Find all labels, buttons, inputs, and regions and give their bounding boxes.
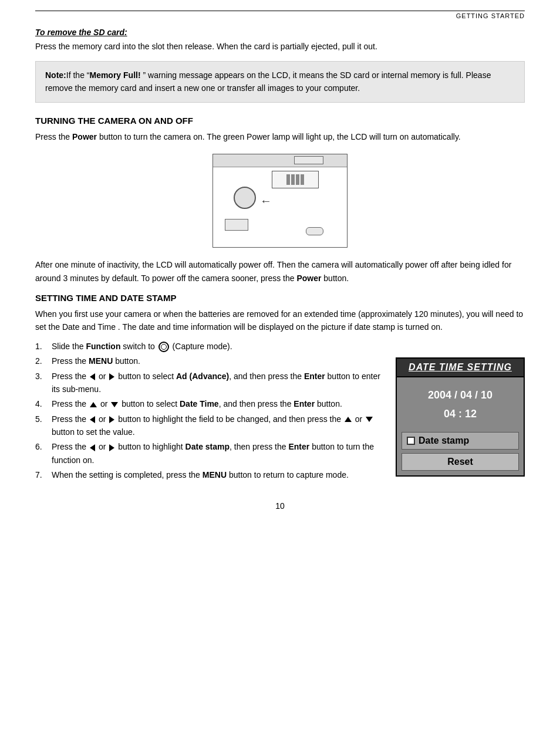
camera-top-bar — [213, 154, 347, 167]
bottom-section: 1. Slide the Function switch to (Capture… — [35, 340, 525, 484]
step-7-body: When the setting is completed, press the… — [52, 468, 384, 481]
camera-arrow-icon: ← — [260, 194, 272, 208]
step-3-body: Press the or button to select Ad (Advanc… — [52, 370, 384, 396]
step-4-body: Press the or button to select Date Time,… — [52, 397, 384, 410]
capture-mode-icon — [158, 342, 169, 352]
step-6: 6. Press the or button to highlight Date… — [35, 440, 384, 467]
date-panel-datetime: 2004 / 04 / 10 04 : 12 — [397, 377, 524, 432]
remove-sd-title: To remove the SD card: — [35, 28, 525, 37]
step-1-bold: Function — [86, 342, 120, 351]
camera-sd-bars — [286, 174, 304, 185]
step-5-tri-up — [345, 417, 352, 422]
sd-bar-1 — [286, 174, 290, 185]
step-4-bold: Date Time — [180, 399, 219, 408]
remove-sd-section: To remove the SD card: Press the memory … — [35, 28, 525, 53]
turning-body-pre: Press the — [35, 132, 72, 141]
step-5-tri-down — [366, 417, 373, 422]
step-5-tri-right — [109, 416, 114, 423]
step-3: 3. Press the or button to select Ad (Adv… — [35, 370, 384, 396]
stamp-checkbox[interactable] — [407, 437, 415, 445]
note-label: Note: — [45, 70, 66, 80]
camera-top-connector — [294, 156, 323, 164]
step-2-bold: MENU — [89, 356, 113, 366]
step-2-body: Press the MENU button. — [52, 354, 384, 367]
step-2-num: 2. — [35, 354, 52, 367]
step-3-bold: Ad (Advance) — [176, 372, 229, 381]
step-6-tri-right — [109, 444, 114, 451]
step-4-bold2: Enter — [294, 399, 315, 408]
steps-list: 1. Slide the Function switch to (Capture… — [35, 340, 384, 484]
step-6-bold: Date stamp — [185, 442, 230, 451]
date-panel: DATE TIME SETTING 2004 / 04 / 10 04 : 12… — [396, 357, 525, 477]
note-box: Note:If the “Memory Full! ” warning mess… — [35, 61, 525, 103]
after-paragraph: After one minute of inactivity, the LCD … — [35, 258, 525, 285]
camera-lens — [234, 187, 256, 209]
date-panel-stamp: Date stamp — [402, 432, 519, 450]
sd-bar-3 — [296, 174, 299, 185]
note-bold: Memory Full! — [89, 70, 140, 80]
step-4-tri-up — [90, 402, 97, 407]
date-panel-date: 2004 / 04 / 10 — [403, 386, 518, 404]
step-5-body: Press the or button to highlight the fie… — [52, 413, 384, 439]
page: GETTING STARTED To remove the SD card: P… — [0, 0, 560, 753]
stamp-label: Date stamp — [419, 435, 469, 446]
step-7-bold: MENU — [203, 470, 227, 480]
step-4-num: 4. — [35, 397, 52, 410]
step-6-bold2: Enter — [288, 442, 309, 451]
camera-diagram: ← — [212, 154, 348, 248]
camera-diagram-container: ← — [35, 154, 525, 248]
date-panel-title: DATE TIME SETTING — [397, 359, 524, 377]
step-4-tri-down — [111, 402, 118, 407]
step-1-num: 1. — [35, 340, 52, 353]
step-7: 7. When the setting is completed, press … — [35, 468, 384, 481]
turning-section: TURNING THE CAMERA ON AND OFF Press the … — [35, 116, 525, 143]
remove-sd-body: Press the memory card into the slot then… — [35, 40, 525, 53]
after-text-end: button. — [321, 273, 349, 283]
header-text: GETTING STARTED — [456, 11, 525, 19]
step-3-tri-left — [90, 373, 95, 380]
step-7-num: 7. — [35, 468, 52, 481]
step-3-tri-right — [109, 373, 114, 380]
turning-title: TURNING THE CAMERA ON AND OFF — [35, 116, 525, 126]
sd-bar-2 — [291, 174, 295, 185]
step-5: 5. Press the or button to highlight the … — [35, 413, 384, 439]
date-panel-time: 04 : 12 — [403, 404, 518, 423]
setting-section: SETTING TIME AND DATE STAMP When you fir… — [35, 293, 525, 334]
turning-body-post: button to turn the camera on. The green … — [97, 132, 461, 141]
step-5-tri-left — [90, 416, 95, 423]
turning-body-bold: Power — [72, 132, 97, 141]
step-3-bold2: Enter — [304, 372, 325, 381]
step-2: 2. Press the MENU button. — [35, 354, 384, 367]
after-text-pre: After one minute of inactivity, the LCD … — [35, 260, 511, 282]
step-5-num: 5. — [35, 413, 52, 426]
page-number: 10 — [35, 501, 525, 511]
header-bar: GETTING STARTED — [35, 11, 525, 19]
step-6-num: 6. — [35, 440, 52, 453]
step-3-num: 3. — [35, 370, 52, 383]
step-6-tri-left — [90, 444, 95, 451]
setting-title: SETTING TIME AND DATE STAMP — [35, 293, 525, 303]
sd-bar-4 — [301, 174, 304, 185]
camera-bottom-left — [225, 219, 248, 231]
step-1: 1. Slide the Function switch to (Capture… — [35, 340, 384, 353]
camera-bottom-right — [306, 227, 323, 235]
step-4: 4. Press the or button to select Date Ti… — [35, 397, 384, 410]
step-6-body: Press the or button to highlight Date st… — [52, 440, 384, 467]
after-text-bold: Power — [296, 273, 321, 283]
date-panel-reset[interactable]: Reset — [402, 453, 519, 471]
camera-sd-area — [272, 171, 319, 188]
date-panel-container: DATE TIME SETTING 2004 / 04 / 10 04 : 12… — [396, 357, 525, 484]
setting-body: When you first use your camera or when t… — [35, 308, 525, 334]
turning-body: Press the Power button to turn the camer… — [35, 130, 525, 143]
step-1-body: Slide the Function switch to (Capture mo… — [52, 340, 384, 353]
note-text1: If the “ — [66, 70, 90, 80]
